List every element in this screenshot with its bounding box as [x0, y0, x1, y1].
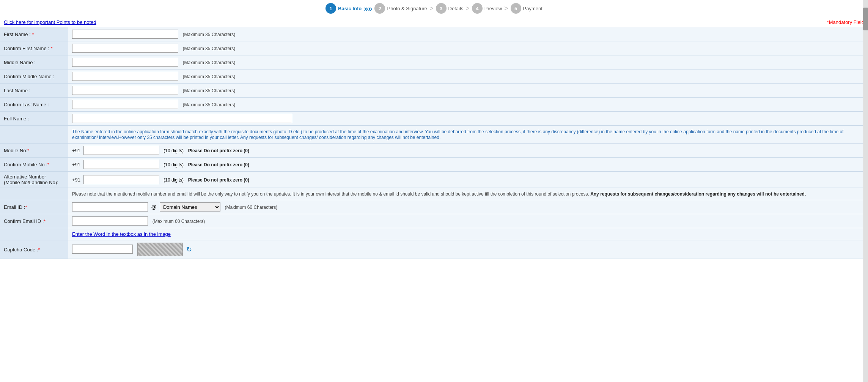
first-name-label: First Name : *	[0, 27, 68, 41]
email-hint: (Maximum 60 Characters)	[225, 205, 278, 210]
middle-name-hint: (Maximum 35 Characters)	[183, 60, 236, 65]
step-5-circle: 5	[511, 3, 521, 14]
alt-number-warn: Please Do not prefix zero (0)	[188, 177, 249, 183]
step-2[interactable]: 2 Photo & Signature	[374, 3, 427, 14]
step-arrow-4: >	[504, 5, 508, 13]
full-name-input-cell	[68, 112, 868, 126]
confirm-middle-name-hint: (Maximum 35 Characters)	[183, 74, 236, 79]
domain-select[interactable]: Domain Names gmail.com yahoo.com hotmail…	[160, 202, 220, 212]
name-info-spacer	[0, 126, 68, 144]
first-name-input-cell: (Maximum 35 Characters)	[68, 27, 868, 41]
confirm-last-name-input-cell: (Maximum 35 Characters)	[68, 98, 868, 112]
captcha-input-cell: ↻	[68, 240, 868, 259]
full-name-input[interactable]	[72, 114, 292, 123]
confirm-email-label: Confirm Email ID :*	[0, 214, 68, 228]
last-name-input-cell: (Maximum 35 Characters)	[68, 84, 868, 98]
last-name-input[interactable]	[72, 86, 178, 95]
step-3-label: Details	[448, 6, 464, 11]
mobile-note-bold: Any requests for subsequent changes/cons…	[590, 191, 806, 197]
name-info-cell: The Name entered in the online applicati…	[68, 126, 868, 144]
name-info-row: The Name entered in the online applicati…	[0, 126, 868, 144]
confirm-mobile-row: Confirm Mobile No :* +91 (10 digits) Ple…	[0, 158, 868, 172]
first-name-input[interactable]	[72, 30, 178, 39]
last-name-hint: (Maximum 35 Characters)	[183, 88, 236, 93]
important-points-link[interactable]: Click here for Important Points to be no…	[4, 19, 96, 25]
alt-number-row: Alternative Number(Mobile No/Landline No…	[0, 172, 868, 188]
captcha-label-row: Enter the Word in the textbox as in the …	[0, 228, 868, 240]
captcha-label-cell: Enter the Word in the textbox as in the …	[68, 228, 868, 240]
mobile-row: Mobile No:* +91 (10 digits) Please Do no…	[0, 144, 868, 158]
mobile-note-text: Please note that the mentioned mobile nu…	[72, 191, 806, 197]
confirm-last-name-row: Confirm Last Name : (Maximum 35 Characte…	[0, 98, 868, 112]
confirm-middle-name-label: Confirm Middle Name :	[0, 69, 68, 84]
scrollbar-thumb[interactable]	[863, 8, 868, 30]
confirm-first-name-input[interactable]	[72, 44, 178, 53]
step-3[interactable]: 3 Details	[436, 3, 464, 14]
confirm-first-name-label: Confirm First Name : *	[0, 41, 68, 55]
first-name-hint: (Maximum 35 Characters)	[183, 32, 236, 37]
captcha-label-text: Enter the Word in the textbox as in the …	[72, 231, 171, 237]
middle-name-input[interactable]	[72, 58, 178, 67]
step-1-circle: 1	[326, 3, 336, 14]
step-2-label: Photo & Signature	[387, 6, 427, 11]
step-1-label: Basic Info	[338, 6, 362, 11]
alt-number-label: Alternative Number(Mobile No/Landline No…	[0, 172, 68, 188]
captcha-input[interactable]	[72, 245, 133, 254]
first-name-row: First Name : * (Maximum 35 Characters)	[0, 27, 868, 41]
last-name-row: Last Name : (Maximum 35 Characters)	[0, 84, 868, 98]
mobile-note-row: Please note that the mentioned mobile nu…	[0, 188, 868, 200]
step-5-label: Payment	[523, 6, 542, 11]
confirm-middle-name-row: Confirm Middle Name : (Maximum 35 Charac…	[0, 69, 868, 84]
confirm-last-name-label: Confirm Last Name :	[0, 98, 68, 112]
last-name-label: Last Name :	[0, 84, 68, 98]
middle-name-input-cell: (Maximum 35 Characters)	[68, 55, 868, 69]
captcha-label-spacer	[0, 228, 68, 240]
stepper: 1 Basic Info »» 2 Photo & Signature > 3 …	[0, 0, 868, 17]
confirm-mobile-input-cell: +91 (10 digits) Please Do not prefix zer…	[68, 158, 868, 172]
full-name-row: Full Name :	[0, 112, 868, 126]
mandatory-field-note: *Mandatory Field	[827, 19, 864, 25]
step-5[interactable]: 5 Payment	[511, 3, 542, 14]
middle-name-label: Middle Name :	[0, 55, 68, 69]
full-name-label: Full Name :	[0, 112, 68, 126]
basic-info-form: First Name : * (Maximum 35 Characters) C…	[0, 27, 868, 259]
confirm-email-hint: (Maximum 60 Characters)	[153, 219, 205, 224]
confirm-email-input[interactable]	[72, 216, 148, 226]
mobile-input-cell: +91 (10 digits) Please Do not prefix zer…	[68, 144, 868, 158]
at-sign: @	[151, 204, 157, 210]
confirm-first-name-input-cell: (Maximum 35 Characters)	[68, 41, 868, 55]
confirm-middle-name-input[interactable]	[72, 72, 178, 81]
confirm-last-name-hint: (Maximum 35 Characters)	[183, 102, 236, 107]
email-required: *	[25, 204, 27, 210]
step-4-label: Preview	[484, 6, 502, 11]
scrollbar[interactable]	[863, 0, 868, 259]
captcha-input-row: Captcha Code :* ↻	[0, 240, 868, 259]
mobile-note-spacer	[0, 188, 68, 200]
confirm-email-input-cell: (Maximum 60 Characters)	[68, 214, 868, 228]
confirm-first-name-hint: (Maximum 35 Characters)	[183, 46, 236, 51]
step-2-circle: 2	[374, 3, 385, 14]
email-label: Email ID :*	[0, 200, 68, 214]
first-name-required: *	[32, 32, 34, 37]
mobile-input[interactable]	[83, 146, 159, 155]
middle-name-row: Middle Name : (Maximum 35 Characters)	[0, 55, 868, 69]
step-4[interactable]: 4 Preview	[472, 3, 502, 14]
email-input-cell: @ Domain Names gmail.com yahoo.com hotma…	[68, 200, 868, 214]
step-3-circle: 3	[436, 3, 447, 14]
captcha-field-label: Captcha Code :*	[0, 240, 68, 259]
confirm-first-name-row: Confirm First Name : * (Maximum 35 Chara…	[0, 41, 868, 55]
email-local-input[interactable]	[72, 202, 148, 212]
confirm-mobile-hint: (10 digits)	[164, 162, 184, 167]
confirm-mobile-input[interactable]	[83, 160, 159, 169]
name-info-text: The Name entered in the online applicati…	[72, 129, 844, 140]
alt-number-input[interactable]	[83, 175, 159, 184]
confirm-last-name-input[interactable]	[72, 100, 178, 109]
confirm-email-required: *	[44, 218, 46, 224]
mobile-warn: Please Do not prefix zero (0)	[188, 148, 249, 153]
confirm-email-row: Confirm Email ID :* (Maximum 60 Characte…	[0, 214, 868, 228]
confirm-mobile-prefix: +91	[72, 162, 80, 167]
mobile-prefix: +91	[72, 148, 80, 153]
refresh-captcha-icon[interactable]: ↻	[186, 245, 192, 254]
step-1[interactable]: 1 Basic Info	[326, 3, 362, 14]
mobile-label: Mobile No:*	[0, 144, 68, 158]
